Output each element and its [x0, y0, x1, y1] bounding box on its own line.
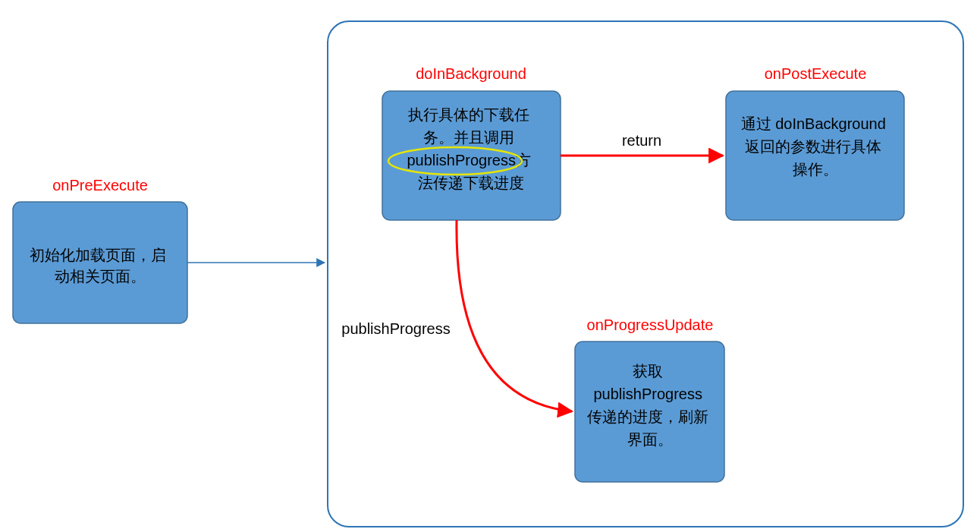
diagram-canvas: onPreExecute 初始化加载页面，启 动相关页面。 doInBackgr… [0, 0, 980, 529]
node-title: onProgressUpdate [587, 316, 714, 333]
node-onPreExecute: onPreExecute 初始化加载页面，启 动相关页面。 [13, 177, 187, 323]
edge-label-publishProgress: publishProgress [341, 320, 450, 337]
node-doInBackground: doInBackground 执行具体的下载任 务。并且调用 publishPr… [382, 65, 561, 220]
node-title: onPostExecute [765, 65, 867, 82]
arrow-publishProgress [457, 220, 572, 411]
node-box [726, 91, 904, 220]
node-title: doInBackground [416, 65, 526, 82]
node-title: onPreExecute [52, 177, 148, 194]
edge-label-return: return [622, 132, 661, 149]
node-onPostExecute: onPostExecute 通过 doInBackground 返回的参数进行具… [726, 65, 904, 220]
node-onProgressUpdate: onProgressUpdate 获取 publishProgress 传递的进… [575, 316, 724, 482]
